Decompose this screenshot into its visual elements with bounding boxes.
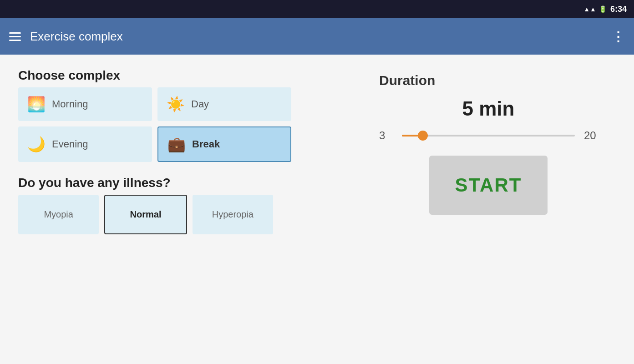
illness-title: Do you have any illness? [18, 176, 343, 190]
right-panel: Duration 5 min 3 20 START [361, 68, 616, 350]
status-bar: ▲▲ 🔋 6:34 [0, 0, 634, 18]
break-label: Break [192, 138, 220, 150]
battery-icon: 🔋 [599, 5, 607, 13]
hamburger-menu-button[interactable] [9, 32, 21, 41]
illness-grid: Myopia Normal Hyperopia [18, 195, 273, 234]
complex-break-button[interactable]: 💼 Break [157, 126, 291, 162]
clock: 6:34 [610, 5, 627, 14]
main-content: Choose complex 🌅 Morning ☀️ Day 🌙 Evenin… [0, 55, 634, 364]
morning-label: Morning [52, 98, 88, 110]
hyperopia-label: Hyperopia [212, 209, 254, 219]
break-icon: 💼 [167, 136, 186, 153]
myopia-label: Myopia [44, 209, 73, 219]
duration-value: 5 min [462, 97, 515, 120]
left-panel: Choose complex 🌅 Morning ☀️ Day 🌙 Evenin… [18, 68, 343, 350]
complex-morning-button[interactable]: 🌅 Morning [18, 87, 152, 121]
slider-track[interactable] [402, 135, 575, 136]
slider-max-label: 20 [584, 129, 598, 142]
slider-thumb[interactable] [418, 131, 428, 141]
start-button[interactable]: START [429, 156, 548, 215]
evening-icon: 🌙 [27, 136, 46, 153]
status-icons: ▲▲ 🔋 [583, 5, 607, 13]
day-label: Day [191, 98, 209, 110]
illness-hyperopia-button[interactable]: Hyperopia [193, 195, 273, 234]
app-title: Exercise complex [30, 30, 603, 44]
normal-label: Normal [130, 209, 162, 219]
complex-day-button[interactable]: ☀️ Day [157, 87, 291, 121]
duration-title: Duration [379, 73, 435, 88]
day-icon: ☀️ [167, 96, 185, 113]
slider-min-label: 3 [379, 129, 393, 142]
evening-label: Evening [52, 138, 88, 150]
app-bar: Exercise complex ⋮ [0, 18, 634, 55]
illness-section: Do you have any illness? Myopia Normal H… [18, 176, 343, 234]
start-label: START [455, 174, 522, 196]
morning-icon: 🌅 [27, 96, 46, 113]
complex-evening-button[interactable]: 🌙 Evening [18, 126, 152, 162]
illness-myopia-button[interactable]: Myopia [18, 195, 99, 234]
more-options-button[interactable]: ⋮ [612, 29, 625, 44]
complex-grid: 🌅 Morning ☀️ Day 🌙 Evening 💼 Break [18, 87, 291, 162]
slider-container: 3 20 [379, 129, 598, 142]
choose-complex-title: Choose complex [18, 68, 343, 83]
signal-icon: ▲▲ [583, 5, 596, 13]
choose-complex-section: Choose complex 🌅 Morning ☀️ Day 🌙 Evenin… [18, 68, 343, 162]
illness-normal-button[interactable]: Normal [104, 195, 187, 234]
